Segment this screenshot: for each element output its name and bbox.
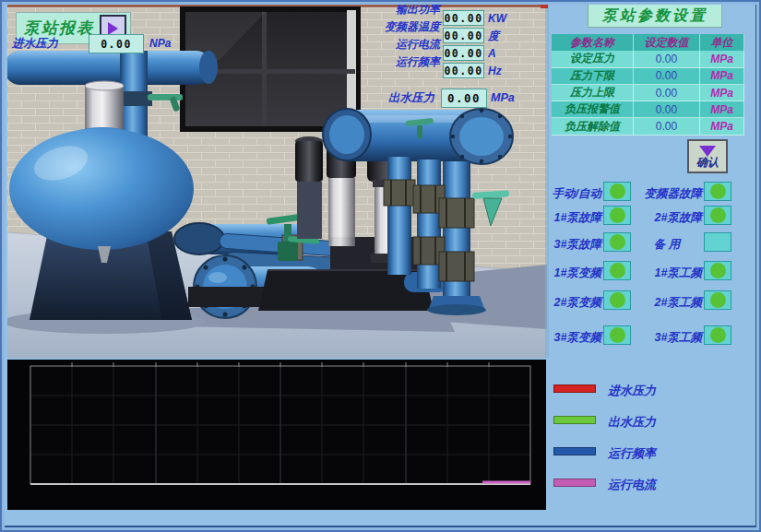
param-name: 压力下限 (552, 68, 634, 85)
legend-label: 进水压力 (608, 383, 656, 399)
report-button-label: 泵站报表 (24, 18, 94, 39)
outlet-pressure-value: 0.00 (441, 89, 487, 108)
run-current-value: 00.00 (443, 45, 484, 61)
status-label: 3#泵故障 (546, 237, 601, 253)
inverter-temp-value: 00.00 (443, 28, 484, 43)
legend-label: 出水压力 (608, 414, 656, 431)
col-header-unit: 单位 (700, 34, 744, 53)
red-marker (541, 2, 548, 8)
outlet-pressure-label: 出水压力 (388, 92, 434, 104)
trend-chart (7, 360, 546, 510)
led-pump3-mains (704, 325, 731, 345)
param-unit: MPa (700, 101, 744, 118)
legend-label: 运行频率 (608, 445, 656, 462)
param-unit: MPa (700, 51, 744, 67)
param-value[interactable]: 0.00 (634, 118, 700, 135)
inlet-pressure-unit: NPa (149, 38, 171, 49)
param-unit: MPa (700, 68, 744, 85)
status-label: 2#泵工频 (632, 295, 702, 311)
status-label: 2#泵故障 (632, 210, 702, 226)
status-label: 3#泵变频 (546, 330, 601, 346)
led-pump3-fault (603, 232, 631, 252)
status-label: 1#泵故障 (546, 210, 601, 226)
green-led-icon (710, 292, 726, 308)
inverter-temp-label: 变频器温度 (371, 18, 440, 35)
led-pump2-mains (704, 290, 731, 310)
output-power-label: 输出功率 (371, 0, 440, 18)
led-pump1-fault (603, 206, 631, 225)
green-led-icon (610, 234, 625, 250)
manifold-end-cap (450, 109, 513, 164)
settings-table: 参数名称 设定数值 单位 设定压力 0.00 MPa 压力下限 0.00 MPa… (552, 34, 744, 136)
status-label: 1#泵变频 (546, 266, 601, 281)
led-manual-auto (603, 182, 631, 201)
status-label: 备 用 (632, 237, 702, 253)
legend-swatch-outlet (553, 416, 596, 424)
green-led-icon (710, 207, 726, 223)
status-label: 2#泵变频 (546, 295, 601, 311)
led-pump3-vfd (603, 325, 631, 345)
pressure-tank (9, 128, 194, 250)
run-frequency-unit: Hz (488, 65, 502, 77)
param-value[interactable]: 0.00 (634, 68, 700, 85)
green-led-icon (610, 327, 625, 343)
param-name: 设定压力 (552, 51, 634, 67)
legend-label: 运行电流 (608, 477, 656, 493)
led-spare (704, 232, 731, 252)
green-led-icon (610, 183, 625, 199)
outlet-pressure-unit: MPa (491, 92, 515, 104)
inverter-temp-unit: 度 (488, 30, 499, 41)
legend-swatch-frequency (553, 447, 596, 455)
green-led-icon (710, 183, 726, 199)
confirm-button[interactable]: 确认 (687, 139, 728, 173)
output-power-value: 00.00 (443, 10, 484, 26)
status-label: 1#泵工频 (632, 266, 702, 281)
telemetry-labels: 输出功率 变频器温度 运行电流 运行频率 (371, 0, 440, 70)
green-led-icon (710, 263, 726, 278)
status-label: 3#泵工频 (632, 330, 702, 346)
param-name: 负压解除值 (552, 118, 634, 135)
green-led-icon (610, 292, 625, 308)
led-pump1-vfd (603, 261, 631, 280)
led-pump2-fault (704, 206, 731, 225)
param-name: 压力上限 (552, 85, 634, 101)
status-label: 手动/自动 (546, 186, 601, 202)
confirm-button-label: 确认 (696, 157, 719, 168)
param-value[interactable]: 0.00 (634, 85, 700, 101)
play-triangle-icon (108, 22, 118, 35)
green-led-icon (610, 207, 625, 223)
run-frequency-label: 运行频率 (371, 53, 440, 70)
run-frequency-value: 00.00 (443, 63, 484, 78)
param-value[interactable]: 0.00 (634, 101, 700, 118)
green-led-icon (710, 327, 726, 343)
param-unit: MPa (700, 85, 744, 101)
settings-panel-title: 泵站参数设置 (588, 4, 722, 28)
led-inverter-fault (704, 182, 731, 201)
run-current-label: 运行电流 (371, 35, 440, 53)
arrow-down-icon (699, 146, 716, 157)
inlet-pressure-label: 进水压力 (12, 38, 58, 50)
param-unit: MPa (700, 118, 744, 135)
col-header-value: 设定数值 (634, 34, 700, 53)
param-name: 负压报警值 (552, 101, 634, 118)
param-value[interactable]: 0.00 (634, 51, 700, 67)
led-pump2-vfd (603, 290, 631, 310)
green-led-icon (610, 263, 625, 278)
output-power-unit: KW (488, 13, 506, 24)
col-header-name: 参数名称 (552, 34, 634, 53)
legend-swatch-inlet (553, 384, 596, 393)
inlet-pressure-value: 0.00 (89, 34, 144, 53)
run-current-unit: A (488, 48, 496, 59)
legend-swatch-current (553, 479, 596, 487)
led-pump1-mains (704, 261, 731, 280)
status-label: 变频器故障 (632, 186, 702, 202)
